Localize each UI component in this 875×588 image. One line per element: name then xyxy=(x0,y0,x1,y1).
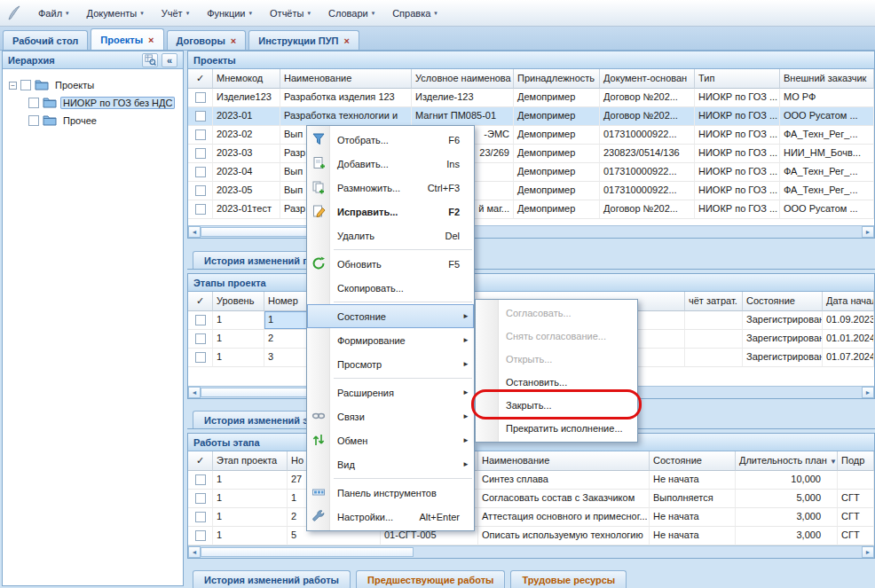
project-row[interactable]: 2023-05 Вып Демопример 017310000922... Н… xyxy=(188,182,874,200)
scrollbar-thumb[interactable] xyxy=(201,547,414,557)
cell-stage[interactable]: 1 xyxy=(213,508,288,527)
horizontal-scrollbar[interactable]: ◄ ► xyxy=(188,545,874,558)
menu-item-view-mode[interactable]: Просмотр► xyxy=(307,352,474,376)
cell-type[interactable]: НИОКР по ГОЗ ... xyxy=(695,126,780,145)
column-state[interactable]: Состояние xyxy=(743,292,823,311)
tab-instructions[interactable]: Инструкции ПУП× xyxy=(248,30,359,50)
cell-document[interactable]: 230823/0514/136 xyxy=(600,145,695,163)
menu-item-state[interactable]: Состояние► xyxy=(307,304,474,328)
column-mnemocode[interactable]: Мнемокод xyxy=(213,69,280,89)
project-row[interactable]: Изделие123 Разработка изделия 123 Издели… xyxy=(188,89,874,107)
scroll-left-icon[interactable]: ◄ xyxy=(188,546,201,558)
column-ownership[interactable]: Принадлежность xyxy=(514,69,600,89)
cell-mnemocode[interactable]: 2023-04 xyxy=(213,163,280,182)
tree-checkbox[interactable] xyxy=(28,115,39,126)
close-icon[interactable]: × xyxy=(231,36,236,45)
cell-document[interactable]: 017310000922... xyxy=(600,182,695,200)
cell-ownership[interactable]: Демопример xyxy=(514,182,600,200)
tree-node-niokr[interactable]: НИОКР по ГОЗ без НДС xyxy=(26,94,179,112)
cell-department[interactable] xyxy=(838,471,874,490)
cell-name[interactable]: Описать используемую технологию xyxy=(478,527,650,545)
cell-mnemocode[interactable]: 2023-02 xyxy=(213,126,280,145)
project-row[interactable]: 2023-03 Разр 23/269 Демопример 230823/05… xyxy=(188,145,874,163)
cell-plan-start[interactable]: 01.07.2024 xyxy=(823,349,874,367)
column-department[interactable]: Подр xyxy=(838,451,874,471)
work-row[interactable]: 1 5 01-СГТ-005 Описать используемую техн… xyxy=(188,527,874,545)
column-document[interactable]: Документ-основан xyxy=(600,69,695,89)
tab-projects[interactable]: Проекты× xyxy=(91,28,163,50)
row-checkbox[interactable] xyxy=(195,530,206,541)
cell-mnemocode[interactable]: 2023-01тест xyxy=(213,200,280,219)
column-stage[interactable]: Этап проекта xyxy=(213,451,288,471)
cell-duration[interactable]: 10,000 xyxy=(736,471,838,490)
close-icon[interactable]: × xyxy=(148,35,154,44)
column-name[interactable]: Наименование xyxy=(280,69,412,89)
tab-preceding-works[interactable]: Предшествующие работы xyxy=(356,570,505,588)
tab-desktop[interactable]: Рабочий стол xyxy=(3,30,88,50)
tree-checkbox[interactable] xyxy=(20,80,31,90)
cell-codename[interactable]: Магнит ПМ085-01 xyxy=(412,107,514,126)
cell-state[interactable]: Зарегистрирован xyxy=(743,330,823,349)
row-checkbox[interactable] xyxy=(195,167,206,177)
cell-type[interactable]: НИОКР по ГОЗ ... xyxy=(695,163,780,182)
column-cost-calc[interactable]: чёт затрат. xyxy=(685,292,743,311)
project-row-selected[interactable]: 2023-01 Разработка технологии и Магнит П… xyxy=(188,107,874,126)
row-checkbox[interactable] xyxy=(195,315,206,325)
cell-ownership[interactable]: Демопример xyxy=(514,126,600,145)
cell-type[interactable]: НИОКР по ГОЗ ... xyxy=(695,200,780,219)
cell-document[interactable]: 017310000922... xyxy=(600,163,695,182)
row-checkbox[interactable] xyxy=(195,111,206,122)
cell-stage[interactable]: 1 xyxy=(213,471,288,490)
cell-state[interactable]: Зарегистрирован xyxy=(743,349,823,367)
cell-mnemocode[interactable]: 2023-01 xyxy=(213,107,280,126)
cell-mnemocode[interactable]: 2023-03 xyxy=(213,145,280,163)
horizontal-scrollbar[interactable]: ◄ ► xyxy=(188,225,874,238)
row-checkbox[interactable] xyxy=(195,352,206,363)
column-check[interactable]: ✓ xyxy=(188,292,213,311)
row-checkbox[interactable] xyxy=(195,129,206,140)
cell-name[interactable]: Синтез сплава xyxy=(478,471,650,490)
cell-mnemocode[interactable]: Изделие123 xyxy=(213,89,280,107)
cell-cost-calc[interactable] xyxy=(685,311,743,330)
column-type[interactable]: Тип xyxy=(695,69,780,89)
cell-state[interactable]: Не начата xyxy=(650,527,736,545)
project-row[interactable]: 2023-04 Вып Демопример 017310000922... Н… xyxy=(188,163,874,182)
tree-node-projects[interactable]: − Проекты xyxy=(6,76,179,94)
menu-item-exchange[interactable]: Обмен► xyxy=(307,428,474,452)
cell-name[interactable]: Согласовать состав с Заказчиком xyxy=(478,490,650,508)
cell-ownership[interactable]: Демопример xyxy=(514,145,600,163)
cell-type[interactable]: НИОКР по ГОЗ ... xyxy=(695,89,780,107)
column-level[interactable]: Уровень xyxy=(213,292,264,311)
cell-mnemocode[interactable]: 2023-05 xyxy=(213,182,280,200)
search-icon[interactable] xyxy=(142,53,158,67)
menu-item-extensions[interactable]: Расширения► xyxy=(307,380,474,404)
menu-item-refresh[interactable]: ОбновитьF5 xyxy=(307,252,474,276)
row-checkbox[interactable] xyxy=(195,474,206,485)
cell-duration[interactable]: 5,000 xyxy=(736,490,838,508)
cell-cost-calc[interactable] xyxy=(685,330,743,349)
submenu-item-terminate[interactable]: Прекратить исполнение... xyxy=(476,417,637,440)
cell-name[interactable]: Аттестация основного и примесног... xyxy=(478,508,650,527)
row-checkbox[interactable] xyxy=(195,512,206,522)
cell-ownership[interactable]: Демопример xyxy=(514,163,600,182)
cell-plan-start[interactable]: 01.01.2024 xyxy=(823,330,874,349)
tree-checkbox[interactable] xyxy=(28,98,39,108)
work-row[interactable]: 1 1 Согласовать состав с Заказчиком Выпо… xyxy=(188,490,874,508)
column-check[interactable]: ✓ xyxy=(188,69,213,89)
cell-document[interactable]: 017310000922... xyxy=(600,126,695,145)
row-checkbox[interactable] xyxy=(195,493,206,504)
menu-help[interactable]: Справка▾ xyxy=(384,4,445,22)
scroll-right-icon[interactable]: ► xyxy=(862,546,874,558)
menu-item-settings[interactable]: Настройки...Alt+Enter xyxy=(307,505,474,529)
cell-ownership[interactable]: Демопример xyxy=(514,107,600,126)
menu-file[interactable]: Файл▾ xyxy=(30,4,77,22)
cell-name[interactable]: Разработка технологии и xyxy=(280,107,412,126)
menu-dictionaries[interactable]: Словари▾ xyxy=(320,4,382,22)
close-icon[interactable]: × xyxy=(344,36,350,45)
row-checkbox[interactable] xyxy=(195,333,206,344)
cell-type[interactable]: НИОКР по ГОЗ ... xyxy=(695,182,780,200)
column-plan-start[interactable]: Дата начала план xyxy=(823,292,874,311)
cell-customer[interactable]: ФА_Техн_Рег_... xyxy=(780,182,874,200)
menu-accounting[interactable]: Учёт▾ xyxy=(154,4,197,22)
cell-stage[interactable]: 1 xyxy=(213,527,288,545)
